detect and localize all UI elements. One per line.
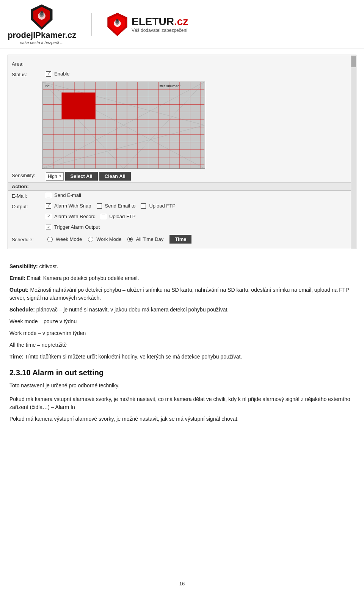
status-row: Status: Enable — [8, 69, 356, 80]
para1: Pokud má kamera vstupní alarmové svorky,… — [9, 395, 355, 411]
select-arrow-icon: ▼ — [59, 175, 62, 178]
upload-ftp-label-1: Upload FTP — [149, 203, 175, 209]
work-mode-radio[interactable] — [88, 237, 93, 242]
svg-line-40 — [43, 82, 204, 168]
svg-line-43 — [43, 82, 204, 125]
svg-line-44 — [43, 125, 204, 168]
output-row1-content: Alarm With Snap Send Email to Upload FTP — [46, 203, 352, 209]
trigger-alarm-label: Trigger Alarm Output — [54, 224, 100, 230]
sensibility-bold: Sensibility: — [9, 263, 38, 269]
output-row-3: Trigger Alarm Output — [8, 223, 356, 233]
brand-name-left: prodejIPkamer.cz — [8, 30, 76, 40]
text-content: Sensibility: citlivost. Email: Email: Ka… — [0, 255, 364, 434]
week-mode-radio[interactable] — [47, 237, 53, 242]
action-label-row: Action: — [8, 182, 356, 191]
detection-grid[interactable]: In: stra&numeri: — [42, 82, 205, 169]
svg-line-41 — [43, 82, 124, 168]
section-heading: 2.3.10 Alarm in out setting — [9, 368, 355, 377]
email-text: Send E-mail — [54, 192, 81, 198]
schedule-text-para: Schedule: plánovač – je nutné si nastavi… — [9, 306, 355, 314]
upload-ftp-checkbox-1[interactable] — [141, 203, 146, 209]
svg-line-42 — [124, 82, 204, 168]
area-row: Area: — [8, 59, 356, 69]
status-text: Enable — [54, 71, 69, 77]
output-bold: Output: — [9, 287, 29, 293]
select-all-button[interactable]: Select All — [65, 172, 98, 181]
logo-right: ELETUR.cz Váš dodavatel zabezpečení — [107, 12, 188, 37]
upload-ftp-checkbox-2[interactable] — [101, 214, 106, 219]
svg-text:In:: In: — [45, 84, 49, 88]
output-label: Output: — [12, 203, 46, 209]
eletur-name: ELETUR.cz — [132, 16, 188, 28]
svg-point-5 — [41, 11, 43, 13]
svg-rect-45 — [61, 93, 95, 119]
all-time-para: All the time – nepřetržitě — [9, 341, 355, 349]
status-content: Enable — [46, 71, 352, 77]
page-number: 16 — [0, 575, 364, 592]
trigger-alarm-checkbox[interactable] — [46, 225, 51, 230]
tagline-left: vaše cesta k bezpečí ... — [20, 40, 64, 45]
shield-right-icon — [107, 12, 128, 37]
email-content: Send E-mail — [46, 192, 352, 198]
svg-point-11 — [116, 19, 119, 21]
email-bold: Email: — [9, 275, 25, 281]
time-bold: Time: — [9, 354, 24, 360]
email-row: E-Mail: Send E-mail — [8, 191, 356, 201]
time-button[interactable]: Time — [169, 235, 191, 244]
email-checkbox[interactable] — [46, 193, 51, 198]
output-row2-content: Alarm With Record Upload FTP — [46, 214, 352, 219]
output-row-2: Alarm With Record Upload FTP — [8, 212, 356, 223]
eletur-tagline: Váš dodavatel zabezpečení — [132, 28, 188, 33]
settings-panel: Area: Status: Enable — [8, 55, 356, 249]
schedule-bold: Schedule: — [9, 307, 35, 313]
time-desc: Tímto tlačítkem si můžete určit konkrétn… — [25, 354, 242, 360]
svg-text:stra&numeri:: stra&numeri: — [159, 84, 180, 88]
all-time-radio[interactable] — [127, 237, 133, 242]
send-email-checkbox[interactable] — [97, 203, 102, 209]
all-time-label: All Time Day — [136, 236, 163, 242]
output-text-para: Output: Možnosti nahrávání po detekci po… — [9, 286, 355, 302]
week-mode-para: Week mode – pouze v týdnu — [9, 318, 355, 326]
para2: Pokud má kamera výstupní alarmové svorky… — [9, 415, 355, 423]
header-divider — [91, 13, 92, 36]
email-label: E-Mail: — [12, 192, 46, 199]
eletur-brand: ELETUR.cz Váš dodavatel zabezpečení — [132, 16, 188, 33]
scrollbar[interactable] — [351, 55, 356, 249]
page-header: prodejIPkamer.cz vaše cesta k bezpečí ..… — [0, 0, 364, 49]
scrollbar-thumb[interactable] — [351, 56, 356, 67]
time-para: Time: Tímto tlačítkem si můžete určit ko… — [9, 353, 355, 361]
output-label-spacer — [12, 214, 46, 214]
email-text-para: Email: Email: Kamera po detekci pohybu o… — [9, 274, 355, 282]
sensibility-row: Sensibility: High ▼ Select All Clean All — [8, 170, 356, 182]
sensibility-value: High — [48, 174, 57, 179]
week-mode-label: Week Mode — [56, 236, 82, 242]
output-row3-content: Trigger Alarm Output — [46, 224, 352, 230]
send-email-label: Send Email to — [105, 203, 136, 209]
alarm-snap-label: Alarm With Snap — [54, 203, 91, 209]
grid-svg: In: stra&numeri: — [42, 82, 205, 168]
output-desc: Možnosti nahrávání po detekci pohybu – u… — [9, 287, 349, 301]
alarm-record-checkbox[interactable] — [46, 214, 51, 219]
status-checkbox[interactable] — [46, 71, 51, 77]
output-row-1: Output: Alarm With Snap Send Email to Up… — [8, 201, 356, 212]
work-mode-label: Work Mode — [96, 236, 121, 242]
schedule-row: Schedule: Week Mode Work Mode All Time D… — [8, 233, 356, 245]
email-desc: Email: Kamera po detekci pohybu odešle e… — [27, 275, 139, 281]
upload-ftp-label-2: Upload FTP — [109, 214, 135, 219]
sensibility-desc: citlivost. — [39, 263, 58, 269]
svg-rect-12 — [43, 82, 204, 168]
action-label: Action: — [12, 184, 29, 189]
schedule-desc: plánovač – je nutné si nastavit, v jakou… — [36, 307, 229, 313]
alarm-snap-checkbox[interactable] — [46, 203, 51, 209]
sensibility-content: High ▼ Select All Clean All — [46, 172, 352, 181]
shield-left-icon — [30, 4, 53, 30]
clean-all-button[interactable]: Clean All — [99, 172, 131, 181]
work-mode-para: Work mode – v pracovním týden — [9, 329, 355, 337]
logo-left: prodejIPkamer.cz vaše cesta k bezpečí ..… — [8, 4, 76, 45]
sensibility-label: Sensibility: — [12, 172, 46, 178]
output-label-spacer2 — [12, 224, 46, 225]
area-label: Area: — [12, 60, 46, 67]
status-label: Status: — [12, 71, 46, 77]
sensibility-select[interactable]: High ▼ — [46, 172, 64, 181]
schedule-label: Schedule: — [12, 236, 46, 242]
